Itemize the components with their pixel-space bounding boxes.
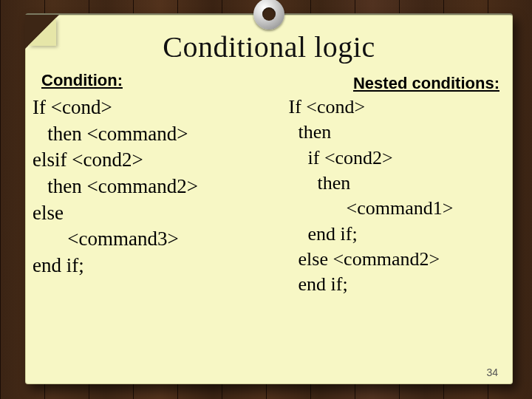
code-block-condition: If <cond> then <command> elsif <cond2> t… xyxy=(33,95,198,279)
subheading-condition: Condition: xyxy=(41,71,123,90)
code-block-nested: If <cond> then if <cond2> then <command1… xyxy=(284,95,453,298)
note-card: Conditional logic Condition: Nested cond… xyxy=(25,13,513,384)
binder-ring-icon xyxy=(253,0,284,30)
slide-stage: Conditional logic Condition: Nested cond… xyxy=(0,0,532,399)
page-number: 34 xyxy=(486,366,498,378)
subheading-nested-conditions: Nested conditions: xyxy=(353,74,499,93)
slide-title: Conditional logic xyxy=(25,30,513,64)
